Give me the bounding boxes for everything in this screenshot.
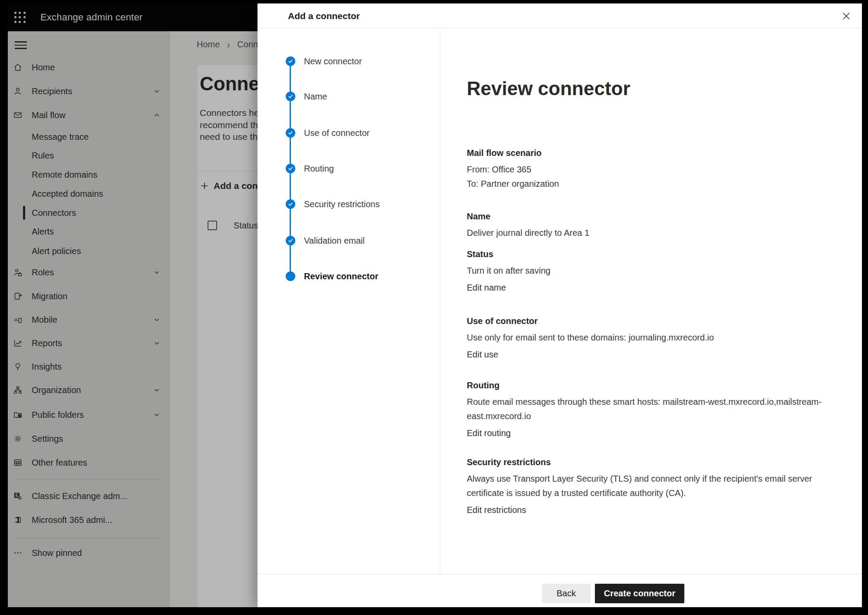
current-step-dot-icon bbox=[286, 271, 295, 281]
close-icon[interactable] bbox=[839, 9, 853, 23]
app-window: Exchange admin center HomeRecipientsMail… bbox=[8, 3, 862, 607]
add-connector-dialog: Add a connector New connectorNameUse of … bbox=[257, 3, 862, 607]
wizard-step-validation-email[interactable]: Validation email bbox=[257, 236, 440, 245]
screenshot-frame: Exchange admin center HomeRecipientsMail… bbox=[0, 0, 868, 615]
completed-check-icon bbox=[286, 128, 295, 138]
wizard-step-use-of-connector[interactable]: Use of connector bbox=[257, 128, 440, 138]
create-connector-button[interactable]: Create connector bbox=[595, 584, 684, 603]
wizard-step-label: Validation email bbox=[304, 236, 365, 245]
wizard-step-new-connector[interactable]: New connector bbox=[257, 56, 440, 66]
wizard-step-label: Use of connector bbox=[304, 128, 370, 138]
section-value: Use only for email sent to these domains… bbox=[467, 331, 832, 345]
steps-content-divider bbox=[440, 28, 440, 574]
section-title: Mail flow scenario bbox=[467, 147, 832, 159]
review-heading: Review connector bbox=[467, 77, 840, 100]
completed-check-icon bbox=[286, 164, 295, 173]
completed-check-icon bbox=[286, 236, 295, 245]
edit-restrictions-link[interactable]: Edit restrictions bbox=[467, 503, 526, 517]
wizard-steps: New connectorNameUse of connectorRouting… bbox=[257, 3, 440, 607]
wizard-step-label: Name bbox=[304, 92, 327, 101]
review-section-mail-flow-scenario: Mail flow scenarioFrom: Office 365To: Pa… bbox=[467, 147, 832, 191]
wizard-step-label: Review connector bbox=[304, 271, 378, 281]
section-title: Security restrictions bbox=[467, 456, 832, 468]
section-value: From: Office 365 bbox=[467, 162, 832, 177]
section-value: Deliver journal directly to Area 1 bbox=[467, 226, 832, 240]
edit-routing-link[interactable]: Edit routing bbox=[467, 426, 511, 440]
edit-use-link[interactable]: Edit use bbox=[467, 347, 498, 362]
wizard-step-review-connector[interactable]: Review connector bbox=[257, 271, 440, 281]
section-title: Routing bbox=[467, 379, 832, 391]
section-value: Turn it on after saving bbox=[467, 264, 832, 278]
section-value: Route email messages through these smart… bbox=[467, 395, 832, 423]
section-value: Always use Transport Layer Security (TLS… bbox=[467, 472, 832, 500]
completed-check-icon bbox=[286, 92, 295, 101]
review-section-status: StatusTurn it on after savingEdit name bbox=[467, 248, 832, 295]
wizard-step-label: Routing bbox=[304, 164, 334, 173]
wizard-step-label: New connector bbox=[304, 56, 362, 66]
back-button[interactable]: Back bbox=[542, 584, 591, 603]
review-section-routing: RoutingRoute email messages through thes… bbox=[467, 379, 832, 440]
wizard-step-security-restrictions[interactable]: Security restrictions bbox=[257, 199, 440, 209]
review-section-use-of-connector: Use of connectorUse only for email sent … bbox=[467, 315, 832, 362]
section-title: Use of connector bbox=[467, 315, 832, 327]
wizard-step-name[interactable]: Name bbox=[257, 92, 440, 101]
review-panel: Review connector Mail flow scenarioFrom:… bbox=[467, 28, 840, 574]
review-section-security-restrictions: Security restrictionsAlways use Transpor… bbox=[467, 456, 832, 517]
completed-check-icon bbox=[286, 199, 295, 209]
section-title: Name bbox=[467, 210, 832, 222]
wizard-step-routing[interactable]: Routing bbox=[257, 164, 440, 173]
completed-check-icon bbox=[286, 56, 295, 66]
edit-name-link[interactable]: Edit name bbox=[467, 281, 506, 295]
section-title: Status bbox=[467, 248, 832, 260]
dialog-footer: Back Create connector bbox=[257, 574, 862, 607]
review-section-name: NameDeliver journal directly to Area 1 bbox=[467, 210, 832, 240]
section-value: To: Partner organization bbox=[467, 177, 832, 191]
wizard-step-label: Security restrictions bbox=[304, 199, 380, 209]
